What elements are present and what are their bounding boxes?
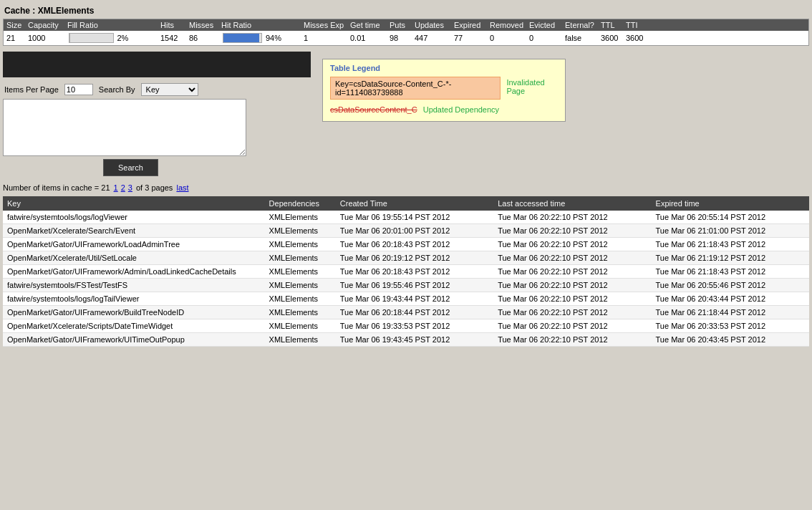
- col-updates: Updates: [415, 21, 454, 29]
- stat-tti: 3600: [626, 34, 651, 42]
- cell-created: Tue Mar 06 20:18:43 PST 2012: [336, 238, 493, 251]
- fill-pct-label: 2%: [117, 34, 161, 42]
- table-row: OpenMarket/Xcelerate/Search/EventXMLElem…: [3, 224, 809, 238]
- cell-created: Tue Mar 06 20:18:43 PST 2012: [336, 265, 493, 279]
- cache-table: Key Dependencies Created Time Last acces…: [3, 196, 809, 347]
- cell-dependencies: XMLElements: [265, 265, 336, 279]
- th-created: Created Time: [336, 196, 493, 211]
- cell-expired: Tue Mar 06 20:55:14 PST 2012: [652, 211, 809, 224]
- pagination-row: Number of items in cache = 21 123 of 3 p…: [3, 182, 809, 193]
- stat-expired: 77: [454, 34, 490, 42]
- cell-key: fatwire/systemtools/logs/logTailViewer: [3, 292, 265, 306]
- cell-key: fatwire/systemtools/FSTest/TestFS: [3, 279, 265, 292]
- cell-created: Tue Mar 06 20:01:00 PST 2012: [336, 224, 493, 238]
- col-expired: Expired: [454, 21, 490, 29]
- table-row: OpenMarket/Gator/UIFramework/BuildTreeNo…: [3, 306, 809, 319]
- cell-dependencies: XMLElements: [265, 224, 336, 238]
- cell-last-accessed: Tue Mar 06 20:22:10 PST 2012: [493, 211, 651, 224]
- last-page-link[interactable]: last: [176, 183, 188, 192]
- legend-invalidated-label: Invalidated Page: [506, 77, 558, 95]
- page-link-2[interactable]: 2: [121, 183, 125, 192]
- page-link-3[interactable]: 3: [128, 183, 132, 192]
- cell-last-accessed: Tue Mar 06 20:22:10 PST 2012: [493, 279, 651, 292]
- search-by-select[interactable]: Key Value Dependency: [141, 83, 198, 96]
- search-panel: Items Per Page Search By Key Value Depen…: [3, 52, 311, 176]
- legend-panel: Table Legend Key=csDataSource-Content_C-…: [322, 59, 566, 122]
- cell-dependencies: XMLElements: [265, 238, 336, 251]
- stat-eternal: false: [565, 34, 601, 42]
- stat-misses-exp: 1: [304, 34, 350, 42]
- cell-key: OpenMarket/Gator/UIFramework/Admin/LoadL…: [3, 265, 265, 279]
- col-fillratio: Fill Ratio: [67, 21, 160, 29]
- legend-updated-label: Updated Dependency: [423, 105, 499, 114]
- table-row: fatwire/systemtools/logs/logTailViewerXM…: [3, 292, 809, 306]
- stat-removed: 0: [490, 34, 529, 42]
- cell-expired: Tue Mar 06 20:55:46 PST 2012: [652, 279, 809, 292]
- cell-expired: Tue Mar 06 21:18:43 PST 2012: [652, 265, 809, 279]
- stat-misses: 86: [189, 34, 221, 42]
- cell-dependencies: XMLElements: [265, 211, 336, 224]
- table-row: OpenMarket/Gator/UIFramework/Admin/LoadL…: [3, 265, 809, 279]
- pagination-prefix: Number of items in cache =: [3, 183, 101, 192]
- legend-dependency-row: csDataSourceContent_C Updated Dependency: [330, 105, 558, 114]
- table-row: fatwire/systemtools/FSTest/TestFSXMLElem…: [3, 279, 809, 292]
- search-by-label: Search By: [99, 85, 135, 94]
- cell-created: Tue Mar 06 19:55:46 PST 2012: [336, 279, 493, 292]
- items-per-page-input[interactable]: [64, 84, 93, 95]
- table-row: OpenMarket/Xcelerate/Util/SetLocaleXMLEl…: [3, 251, 809, 265]
- table-row: OpenMarket/Gator/UIFramework/UITimeOutPo…: [3, 333, 809, 347]
- col-ttl: TTL: [601, 21, 626, 29]
- cell-expired: Tue Mar 06 20:33:53 PST 2012: [652, 319, 809, 333]
- col-hitratio: Hit Ratio: [221, 21, 304, 29]
- pagination-suffix: of 3 pages: [134, 183, 175, 192]
- search-textarea[interactable]: [3, 99, 246, 156]
- stats-panel: Size Capacity Fill Ratio Hits Misses Hit…: [3, 19, 809, 46]
- page-link-1[interactable]: 1: [114, 183, 118, 192]
- legend-title: Table Legend: [330, 64, 558, 72]
- table-header-row: Key Dependencies Created Time Last acces…: [3, 196, 809, 211]
- cell-created: Tue Mar 06 19:43:45 PST 2012: [336, 333, 493, 347]
- search-button[interactable]: Search: [103, 159, 158, 176]
- col-tti: TTI: [626, 21, 651, 29]
- search-legend-section: Items Per Page Search By Key Value Depen…: [3, 52, 809, 176]
- fill-bar: [69, 34, 70, 42]
- th-dependencies: Dependencies: [265, 196, 336, 211]
- cell-key: OpenMarket/Gator/UIFramework/LoadAdminTr…: [3, 238, 265, 251]
- legend-dep-text: csDataSourceContent_C: [330, 105, 417, 114]
- cell-key: fatwire/systemtools/logs/logViewer: [3, 211, 265, 224]
- stat-get-time: 0.01: [350, 34, 390, 42]
- stat-ttl: 3600: [601, 34, 626, 42]
- cell-dependencies: XMLElements: [265, 279, 336, 292]
- stat-puts: 98: [390, 34, 415, 42]
- col-puts: Puts: [390, 21, 415, 29]
- col-hits: Hits: [160, 21, 189, 29]
- cell-created: Tue Mar 06 19:43:44 PST 2012: [336, 292, 493, 306]
- stat-hit-ratio: 94%: [221, 33, 304, 43]
- hit-pct-label: 94%: [266, 34, 304, 42]
- cell-last-accessed: Tue Mar 06 20:22:10 PST 2012: [493, 292, 651, 306]
- cell-key: OpenMarket/Xcelerate/Scripts/DateTimeWid…: [3, 319, 265, 333]
- legend-key-box: Key=csDataSource-Content_C-*-id=11140837…: [330, 77, 501, 100]
- cell-dependencies: XMLElements: [265, 306, 336, 319]
- stat-fill-ratio: 2%: [67, 33, 160, 43]
- stats-header: Size Capacity Fill Ratio Hits Misses Hit…: [4, 19, 808, 31]
- col-missesexp: Misses Exp: [304, 21, 350, 29]
- table-row: fatwire/systemtools/logs/logViewerXMLEle…: [3, 211, 809, 224]
- stat-evicted: 0: [529, 34, 565, 42]
- cell-key: OpenMarket/Gator/UIFramework/UITimeOutPo…: [3, 333, 265, 347]
- search-top-bar: [3, 52, 311, 77]
- fill-bar-container: [69, 33, 114, 43]
- cell-expired: Tue Mar 06 21:19:12 PST 2012: [652, 251, 809, 265]
- cell-expired: Tue Mar 06 20:43:45 PST 2012: [652, 333, 809, 347]
- cell-dependencies: XMLElements: [265, 292, 336, 306]
- hit-bar-container: [223, 33, 262, 43]
- col-capacity: Capacity: [28, 21, 67, 29]
- cell-dependencies: XMLElements: [265, 333, 336, 347]
- cell-expired: Tue Mar 06 21:18:44 PST 2012: [652, 306, 809, 319]
- cell-last-accessed: Tue Mar 06 20:22:10 PST 2012: [493, 251, 651, 265]
- cell-expired: Tue Mar 06 20:43:44 PST 2012: [652, 292, 809, 306]
- stat-hits: 1542: [160, 34, 189, 42]
- cell-created: Tue Mar 06 20:19:12 PST 2012: [336, 251, 493, 265]
- cell-key: OpenMarket/Xcelerate/Util/SetLocale: [3, 251, 265, 265]
- cell-last-accessed: Tue Mar 06 20:22:10 PST 2012: [493, 306, 651, 319]
